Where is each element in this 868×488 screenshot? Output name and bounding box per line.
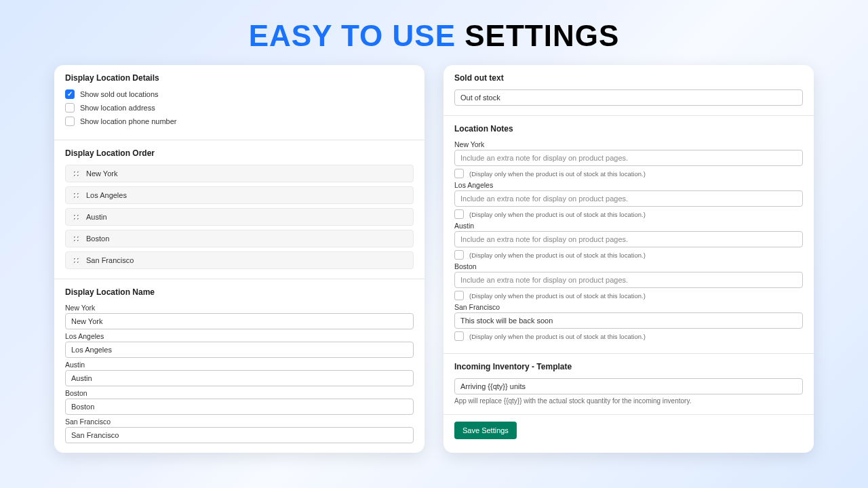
section-title: Incoming Inventory - Template [454, 362, 803, 371]
location-note-input[interactable] [454, 272, 803, 288]
drag-handle-icon[interactable] [73, 214, 79, 220]
checkbox-icon[interactable] [65, 89, 75, 99]
location-name-input[interactable] [65, 399, 414, 415]
checkbox-label: Show location phone number [80, 117, 176, 125]
checkbox-icon[interactable] [65, 117, 75, 126]
location-name-label: San Francisco [65, 418, 414, 426]
location-note-label: Boston [454, 262, 803, 270]
save-settings-button[interactable]: Save Settings [454, 422, 517, 439]
note-sublabel: (Display only when the product is out of… [469, 333, 646, 340]
note-sublabel: (Display only when the product is out of… [469, 292, 646, 300]
location-order-label: Los Angeles [86, 191, 127, 199]
location-order-label: Boston [86, 235, 109, 243]
location-note-label: Los Angeles [454, 181, 803, 189]
checkbox-row[interactable]: Show location phone number [65, 117, 414, 126]
location-name-input[interactable] [65, 427, 414, 443]
page-headline: EASY TO USE SETTINGS [0, 0, 868, 65]
location-note-input[interactable] [454, 312, 803, 329]
checkbox-icon[interactable] [454, 291, 464, 300]
location-order-item[interactable]: San Francisco [65, 251, 414, 269]
location-order-item[interactable]: Boston [65, 230, 414, 247]
section-save: Save Settings [443, 414, 814, 450]
location-note-input[interactable] [454, 150, 803, 166]
checkbox-icon[interactable] [454, 331, 464, 341]
location-note-label: Austin [454, 222, 803, 230]
drag-handle-icon[interactable] [73, 235, 79, 242]
checkbox-row[interactable]: Show location address [65, 103, 414, 113]
location-order-item[interactable]: Austin [65, 208, 414, 226]
note-sublabel: (Display only when the product is out of… [469, 170, 646, 178]
headline-part2: SETTINGS [465, 19, 619, 52]
location-name-input[interactable] [65, 342, 414, 358]
location-order-label: Austin [86, 213, 107, 221]
drag-handle-icon[interactable] [73, 257, 79, 264]
settings-card-left: Display Location Details Show sold out l… [54, 65, 425, 453]
note-sublabel: (Display only when the product is out of… [469, 251, 646, 259]
section-title: Sold out text [454, 73, 803, 83]
drag-handle-icon[interactable] [73, 170, 79, 177]
headline-part1: EASY TO USE [249, 19, 456, 52]
section-display-location-order: Display Location Order New YorkLos Angel… [54, 140, 425, 279]
location-name-label: Los Angeles [65, 332, 414, 340]
location-name-input[interactable] [65, 370, 414, 386]
checkbox-label: Show location address [80, 104, 155, 112]
location-order-label: San Francisco [86, 256, 134, 264]
checkbox-icon[interactable] [454, 169, 464, 178]
section-title: Location Notes [454, 124, 803, 134]
location-order-label: New York [86, 169, 117, 178]
location-note-label: New York [454, 140, 803, 148]
checkbox-row[interactable]: Show sold out locations [65, 89, 414, 99]
drag-handle-icon[interactable] [73, 192, 79, 199]
location-name-label: Boston [65, 389, 414, 397]
checkbox-icon[interactable] [454, 250, 464, 260]
location-name-label: Austin [65, 361, 414, 369]
section-location-notes: Location Notes New York(Display only whe… [443, 115, 814, 353]
location-note-input[interactable] [454, 231, 803, 247]
checkbox-icon[interactable] [65, 103, 75, 113]
section-title: Display Location Details [65, 73, 414, 83]
location-note-input[interactable] [454, 190, 803, 207]
note-sublabel: (Display only when the product is out of… [469, 211, 646, 218]
section-title: Display Location Order [65, 148, 414, 158]
location-note-label: San Francisco [454, 303, 803, 311]
checkbox-label: Show sold out locations [80, 90, 159, 98]
settings-card-right: Sold out text Location Notes New York(Di… [443, 65, 814, 453]
location-order-item[interactable]: Los Angeles [65, 186, 414, 204]
location-name-input[interactable] [65, 313, 414, 329]
incoming-template-input[interactable] [454, 378, 803, 394]
section-display-location-details: Display Location Details Show sold out l… [54, 65, 425, 140]
location-order-item[interactable]: New York [65, 165, 414, 182]
location-name-label: New York [65, 304, 414, 312]
sold-out-text-input[interactable] [454, 89, 803, 106]
section-sold-out-text: Sold out text [443, 65, 814, 115]
section-title: Display Location Name [65, 287, 414, 297]
checkbox-icon[interactable] [454, 209, 464, 219]
section-display-location-name: Display Location Name New YorkLos Angele… [54, 279, 425, 453]
section-incoming-inventory: Incoming Inventory - Template App will r… [443, 353, 814, 414]
incoming-hint: App will replace {{qty}} with the actual… [454, 397, 803, 405]
